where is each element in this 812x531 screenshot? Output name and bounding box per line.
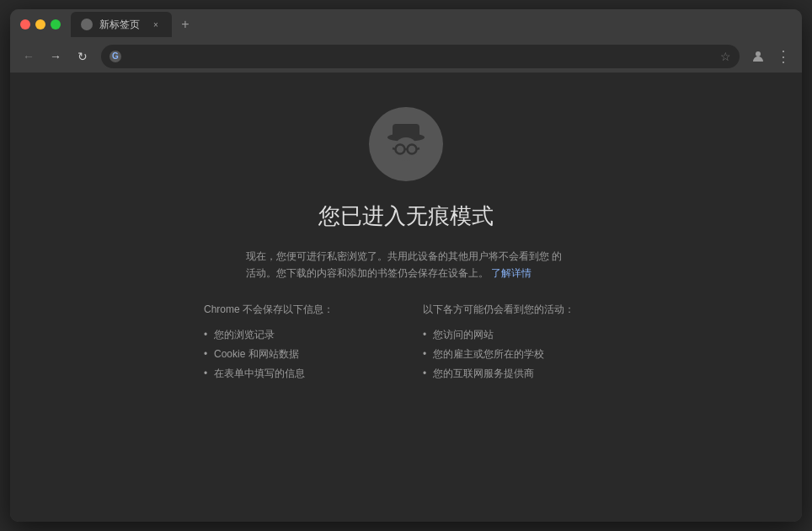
- address-favicon: G: [110, 51, 121, 62]
- forward-button[interactable]: →: [44, 45, 67, 68]
- nav-icons: ⋮: [746, 45, 795, 68]
- profile-button[interactable]: [746, 45, 770, 68]
- tab-favicon: [81, 19, 93, 30]
- list-item: 在表单中填写的信息: [204, 364, 389, 384]
- incognito-title: 您已进入无痕模式: [318, 201, 494, 231]
- title-bar: 新标签页 × +: [10, 9, 802, 40]
- traffic-lights: [20, 19, 61, 30]
- not-saved-title: Chrome 不会保存以下信息：: [204, 303, 389, 317]
- incognito-page: 您已进入无痕模式 现在，您便可进行私密浏览了。共用此设备的其他用户将不会看到您 …: [10, 73, 802, 522]
- refresh-button[interactable]: ↻: [71, 45, 94, 68]
- tab-bar: 新标签页 × +: [71, 12, 792, 37]
- may-see-list: 您访问的网站 您的雇主或您所在的学校 您的互联网服务提供商: [423, 325, 608, 384]
- menu-button[interactable]: ⋮: [772, 45, 795, 68]
- address-bar[interactable]: G ☆: [101, 45, 740, 68]
- browser-window: 新标签页 × + ← → ↻ G ☆ ⋮: [10, 9, 802, 522]
- active-tab[interactable]: 新标签页 ×: [71, 12, 172, 37]
- incognito-desc-line1: 现在，您便可进行私密浏览了。共用此设备的其他用户将不会看到您: [246, 250, 549, 262]
- back-button[interactable]: ←: [17, 45, 40, 68]
- list-item: 您的互联网服务提供商: [423, 364, 608, 384]
- new-tab-button[interactable]: +: [175, 14, 195, 35]
- bookmark-star-icon[interactable]: ☆: [720, 50, 731, 63]
- tab-close-icon[interactable]: ×: [150, 19, 162, 30]
- incognito-icon-container: [369, 107, 443, 181]
- incognito-lists: Chrome 不会保存以下信息： 您的浏览记录 Cookie 和网站数据 在表单…: [204, 303, 608, 384]
- list-item: 您访问的网站: [423, 325, 608, 345]
- may-see-title: 以下各方可能仍会看到您的活动：: [423, 303, 608, 317]
- svg-line-7: [393, 148, 396, 149]
- tab-label: 新标签页: [99, 18, 143, 32]
- minimize-button[interactable]: [35, 19, 45, 30]
- close-button[interactable]: [20, 19, 30, 30]
- nav-bar: ← → ↻ G ☆ ⋮: [10, 40, 802, 73]
- list-item: Cookie 和网站数据: [204, 345, 389, 364]
- svg-rect-2: [393, 124, 419, 138]
- may-see-section: 以下各方可能仍会看到您的活动： 您访问的网站 您的雇主或您所在的学校 您的互联网…: [423, 303, 608, 384]
- address-input[interactable]: [126, 51, 715, 62]
- list-item: 您的雇主或您所在的学校: [423, 345, 608, 364]
- list-item: 您的浏览记录: [204, 325, 389, 345]
- learn-more-link[interactable]: 了解详情: [491, 267, 532, 279]
- incognito-icon: [381, 119, 431, 169]
- maximize-button[interactable]: [51, 19, 61, 30]
- svg-line-8: [417, 148, 420, 149]
- svg-point-0: [756, 51, 761, 56]
- not-saved-section: Chrome 不会保存以下信息： 您的浏览记录 Cookie 和网站数据 在表单…: [204, 303, 389, 384]
- incognito-description: 现在，您便可进行私密浏览了。共用此设备的其他用户将不会看到您 的活动。您下载的内…: [246, 248, 566, 282]
- not-saved-list: 您的浏览记录 Cookie 和网站数据 在表单中填写的信息: [204, 325, 389, 384]
